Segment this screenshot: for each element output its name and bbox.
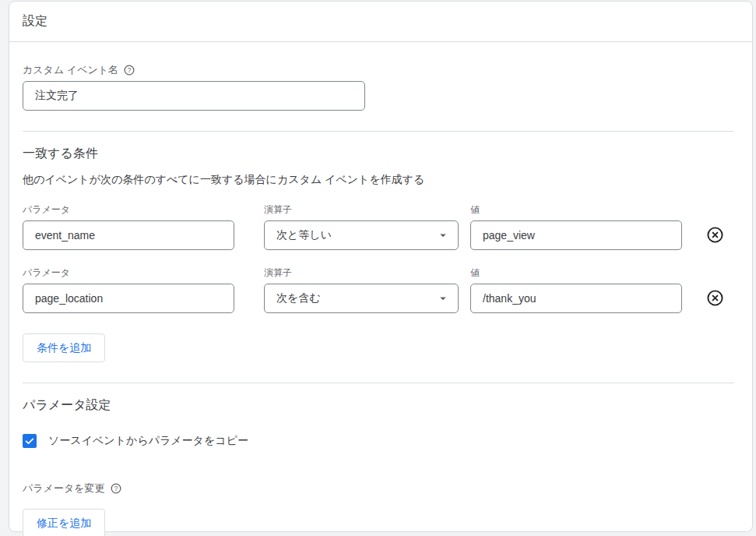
help-icon[interactable]: ? — [111, 483, 121, 494]
modify-parameters-label: パラメータを変更 — [23, 481, 105, 495]
section-divider — [23, 383, 734, 383]
help-icon[interactable]: ? — [124, 65, 135, 76]
remove-condition-button[interactable] — [706, 289, 724, 307]
parameter-input[interactable] — [23, 284, 234, 313]
operator-select[interactable]: 次を含む — [264, 284, 459, 313]
parameter-input[interactable] — [23, 220, 234, 250]
condition-row: パラメータ 演算子 次を含む 値 — [23, 266, 734, 313]
svg-text:?: ? — [128, 67, 132, 74]
condition-row: パラメータ 演算子 次と等しい 値 — [23, 203, 734, 250]
svg-text:?: ? — [114, 485, 118, 492]
add-condition-button[interactable]: 条件を追加 — [23, 333, 105, 362]
parameter-label: パラメータ — [23, 266, 234, 280]
copy-parameters-checkbox[interactable] — [23, 434, 37, 448]
matching-conditions-description: 他のイベントが次の条件のすべてに一致する場合にカスタム イベントを作成する — [23, 173, 734, 187]
add-modification-button[interactable]: 修正を追加 — [23, 509, 105, 536]
dropdown-arrow-icon — [436, 228, 450, 242]
remove-condition-button[interactable] — [706, 226, 724, 244]
operator-label: 演算子 — [264, 266, 459, 280]
value-input[interactable] — [470, 220, 682, 250]
dropdown-arrow-icon — [436, 291, 450, 305]
matching-conditions-heading: 一致する条件 — [23, 146, 734, 162]
custom-event-name-section: カスタム イベント名 ? — [23, 63, 734, 111]
page-title: 設定 — [23, 13, 47, 30]
panel-header: 設定 — [9, 2, 752, 42]
value-label: 値 — [470, 266, 682, 280]
settings-panel: 設定 カスタム イベント名 ? 一致する条件 他のイベントが次の条件のすべてに一… — [9, 1, 753, 532]
operator-select[interactable]: 次と等しい — [264, 220, 459, 250]
custom-event-name-label: カスタム イベント名 — [23, 63, 118, 77]
custom-event-name-input[interactable] — [23, 81, 365, 111]
operator-label: 演算子 — [264, 203, 459, 217]
parameter-settings-heading: パラメータ設定 — [23, 397, 734, 414]
operator-selected-value: 次を含む — [276, 291, 321, 305]
close-circle-icon — [706, 226, 724, 244]
copy-parameters-label: ソースイベントからパラメータをコピー — [48, 434, 248, 448]
checkmark-icon — [24, 436, 35, 446]
parameter-label: パラメータ — [23, 203, 234, 217]
copy-parameters-row: ソースイベントからパラメータをコピー — [23, 434, 734, 448]
section-divider — [23, 131, 734, 132]
close-circle-icon — [706, 289, 724, 307]
value-label: 値 — [470, 203, 682, 217]
value-input[interactable] — [470, 284, 682, 313]
operator-selected-value: 次と等しい — [276, 228, 332, 242]
